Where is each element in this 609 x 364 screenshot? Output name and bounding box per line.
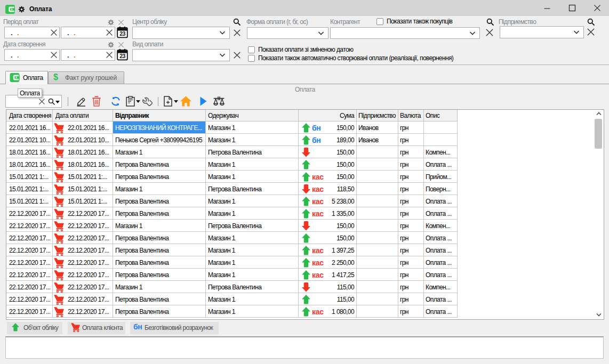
svg-text:23: 23: [119, 30, 125, 37]
svg-text:23: 23: [119, 53, 125, 59]
